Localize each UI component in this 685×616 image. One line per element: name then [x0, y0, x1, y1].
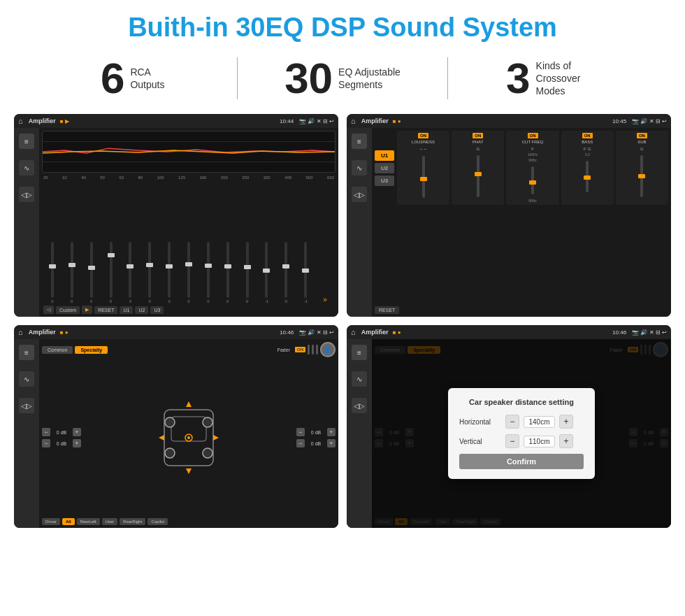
dsp-sidebar-wave-icon[interactable]: ∿	[352, 160, 367, 176]
eq-sliders: 0 0 0 5 0	[42, 182, 336, 303]
eq-slider-5[interactable]: 0	[121, 242, 139, 303]
xover-home-icon[interactable]: ⌂	[18, 328, 23, 336]
dsp-u3-btn[interactable]: U3	[375, 176, 394, 186]
stat-rca-number: 6	[101, 57, 124, 100]
stat-crossover-label: Kinds ofCrossover Modes	[536, 59, 599, 98]
modal-vertical-minus[interactable]: −	[505, 434, 519, 448]
stat-rca: 6 RCAOutputs	[42, 57, 223, 100]
eq-slider-11[interactable]: 0	[238, 242, 257, 303]
db-val-3: 0 dB	[306, 430, 326, 435]
eq-freq-labels: 2532405063 80100125160200 25032040050063…	[42, 176, 336, 180]
dist-status-dots: ■ ●	[393, 329, 401, 336]
dsp-cutfreq-col: ON CUT FREQ F 100Hz 90Hz 80Hz	[506, 131, 558, 205]
db-minus-4[interactable]: −	[296, 439, 305, 447]
eq-topbar: ⌂ Amplifier ■ ▶ 10:44 📷 🔊 ✕ ⊟ ↩	[14, 114, 338, 128]
eq-prev-btn[interactable]: ◁	[43, 306, 54, 314]
dsp-time: 10:45	[612, 118, 626, 124]
xover-sidebar-eq-icon[interactable]: ≡	[19, 345, 34, 360]
dsp-u1-btn[interactable]: U1	[375, 150, 394, 161]
eq-slider-9[interactable]: 0	[199, 242, 217, 303]
dsp-sub-col: ON SUB G	[616, 131, 668, 205]
stat-divider-1	[237, 57, 238, 99]
stat-rca-label: RCAOutputs	[130, 66, 164, 91]
dsp-sidebar-eq-icon[interactable]: ≡	[352, 134, 367, 149]
eq-slider-10[interactable]: 0	[219, 242, 237, 303]
svg-marker-14	[213, 435, 219, 440]
eq-slider-1[interactable]: 0	[43, 242, 62, 303]
eq-sidebar-vol-icon[interactable]: ◁▷	[19, 187, 34, 202]
eq-slider-8[interactable]: 0	[180, 242, 198, 303]
eq-time: 10:44	[280, 118, 294, 124]
xover-copilot-btn[interactable]: Copilot	[147, 518, 168, 525]
dist-screen-content: ≡ ∿ ◁▷ Common Specialty Fader ON 👤	[347, 339, 671, 528]
db-minus-3[interactable]: −	[296, 428, 305, 436]
eq-u3-btn[interactable]: U3	[150, 306, 164, 314]
dsp-u2-btn[interactable]: U2	[375, 163, 394, 173]
xover-user-btn[interactable]: User	[102, 518, 118, 525]
dist-home-icon[interactable]: ⌂	[351, 328, 356, 336]
modal-horizontal-label: Horizontal	[459, 418, 501, 426]
xover-common-tab[interactable]: Common	[42, 346, 73, 354]
dsp-sidebar-vol-icon[interactable]: ◁▷	[352, 187, 367, 202]
db-val-1: 0 dB	[52, 430, 71, 435]
eq-slider-2[interactable]: 0	[63, 242, 81, 303]
xover-left-controls: − 0 dB + − 0 dB +	[42, 359, 81, 516]
xover-status-dots: ■ ●	[60, 329, 68, 336]
db-row-4: − 0 dB +	[296, 439, 336, 447]
svg-point-7	[165, 448, 175, 458]
db-minus-1[interactable]: −	[42, 428, 50, 436]
db-minus-2[interactable]: −	[42, 439, 50, 447]
eq-u2-btn[interactable]: U2	[135, 306, 148, 314]
home-icon[interactable]: ⌂	[18, 117, 23, 125]
modal-vertical-plus[interactable]: +	[559, 434, 573, 448]
modal-horizontal-plus[interactable]: +	[559, 415, 573, 429]
dsp-u-buttons: U1 U2 U3	[375, 150, 394, 186]
xover-sidebar-wave-icon[interactable]: ∿	[19, 371, 34, 387]
stats-row: 6 RCAOutputs 30 EQ AdjustableSegments 3 …	[0, 50, 685, 108]
dsp-reset-btn[interactable]: RESET	[375, 306, 399, 314]
xover-sidebar: ≡ ∿ ◁▷	[14, 339, 39, 528]
modal-horizontal-row: Horizontal − 140cm +	[459, 415, 584, 429]
eq-graph	[42, 131, 336, 173]
dist-sidebar-eq-icon[interactable]: ≡	[352, 345, 367, 360]
db-plus-2[interactable]: +	[73, 439, 81, 447]
db-plus-1[interactable]: +	[73, 428, 81, 436]
xover-driver-btn[interactable]: Driver	[42, 518, 60, 525]
distance-screen-card: ⌂ Amplifier ■ ● 10:46 📷 🔊 ✕ ⊟ ↩ ≡ ∿ ◁▷ C…	[347, 325, 671, 528]
xover-sidebar-vol-icon[interactable]: ◁▷	[19, 398, 34, 413]
xover-rearright-btn[interactable]: RearRight	[120, 518, 145, 525]
eq-slider-4[interactable]: 5	[102, 242, 120, 303]
eq-sidebar-wave-icon[interactable]: ∿	[19, 160, 34, 176]
eq-screen-title: Amplifier	[29, 117, 56, 124]
xover-topbar: ⌂ Amplifier ■ ● 10:46 📷 🔊 ✕ ⊟ ↩	[14, 325, 338, 339]
xover-all-btn[interactable]: All	[62, 518, 75, 525]
screenshots-grid: ⌂ Amplifier ■ ▶ 10:44 📷 🔊 ✕ ⊟ ↩ ≡ ∿ ◁▷	[0, 108, 685, 536]
modal-vertical-value: 110cm	[524, 436, 555, 447]
eq-slider-3[interactable]: 0	[82, 242, 101, 303]
eq-slider-6[interactable]: 0	[140, 242, 159, 303]
svg-point-6	[203, 417, 212, 427]
db-val-2: 0 dB	[52, 441, 71, 446]
eq-slider-13[interactable]: 0	[277, 242, 295, 303]
eq-custom-btn[interactable]: Custom	[56, 306, 80, 314]
db-plus-3[interactable]: +	[327, 428, 336, 436]
eq-slider-7[interactable]: 0	[160, 242, 178, 303]
xover-specialty-tab[interactable]: Specialty	[75, 346, 108, 354]
dist-sidebar-wave-icon[interactable]: ∿	[352, 371, 367, 387]
eq-screen-content: ≡ ∿ ◁▷ 2532405063	[14, 128, 338, 317]
eq-u1-btn[interactable]: U1	[120, 306, 133, 314]
modal-horizontal-minus[interactable]: −	[505, 415, 519, 429]
confirm-button[interactable]: Confirm	[459, 454, 584, 469]
user-avatar[interactable]: 👤	[320, 342, 336, 357]
db-plus-4[interactable]: +	[327, 439, 336, 447]
eq-slider-14[interactable]: -1	[296, 242, 315, 303]
eq-slider-12[interactable]: -1	[257, 242, 275, 303]
xover-rearleft-btn[interactable]: RearLeft	[77, 518, 100, 525]
eq-sidebar-eq-icon[interactable]: ≡	[19, 134, 34, 149]
dsp-home-icon[interactable]: ⌂	[351, 117, 356, 125]
stat-eq-label: EQ AdjustableSegments	[338, 66, 401, 91]
dist-sidebar-vol-icon[interactable]: ◁▷	[352, 398, 367, 413]
db-row-1: − 0 dB +	[42, 428, 81, 436]
eq-play-btn[interactable]: ▶	[82, 306, 92, 314]
eq-reset-btn[interactable]: RESET	[94, 306, 117, 314]
